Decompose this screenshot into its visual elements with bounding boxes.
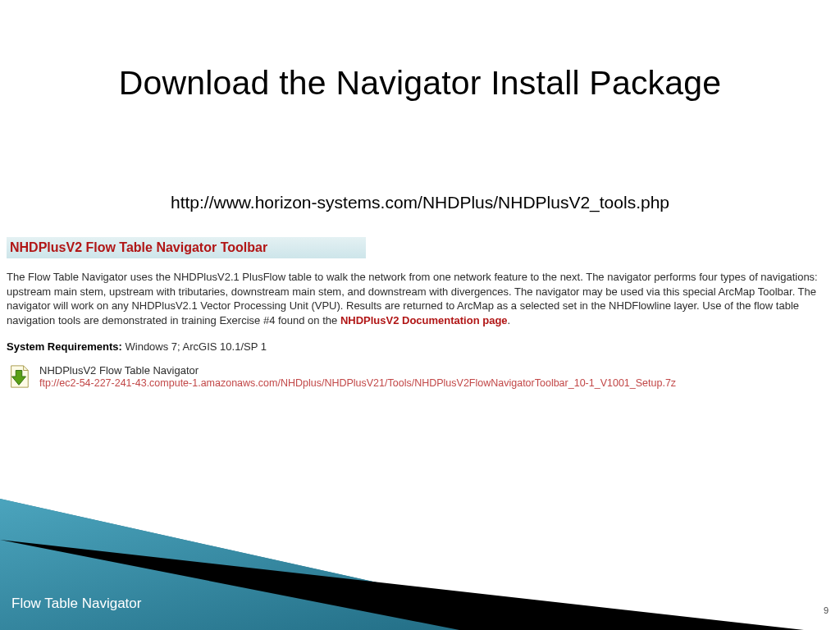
sysreq-label: System Requirements: [7,340,122,353]
sysreq-value: Windows 7; ArcGIS 10.1/SP 1 [122,340,267,353]
download-link[interactable]: ftp://ec2-54-227-241-43.compute-1.amazon… [39,377,833,389]
description: The Flow Table Navigator uses the NHDPlu… [7,270,833,327]
documentation-link[interactable]: NHDPlusV2 Documentation page [340,314,508,326]
slide: Download the Navigator Install Package h… [0,0,840,630]
page-number: 9 [824,605,829,615]
svg-marker-2 [0,540,804,630]
download-title: NHDPlusV2 Flow Table Navigator [39,364,833,377]
section-heading: NHDPlusV2 Flow Table Navigator Toolbar [7,237,366,258]
slide-title: Download the Navigator Install Package [0,0,840,103]
download-icon[interactable] [7,364,31,389]
tools-url: http://www.horizon-systems.com/NHDPlus/N… [0,193,840,212]
footer-title: Flow Table Navigator [11,596,141,612]
download-row: NHDPlusV2 Flow Table Navigator ftp://ec2… [7,364,833,389]
description-tail: . [508,314,511,326]
web-clip: NHDPlusV2 Flow Table Navigator Toolbar T… [7,237,833,389]
download-text: NHDPlusV2 Flow Table Navigator ftp://ec2… [39,364,833,389]
system-requirements: System Requirements: Windows 7; ArcGIS 1… [7,340,833,353]
